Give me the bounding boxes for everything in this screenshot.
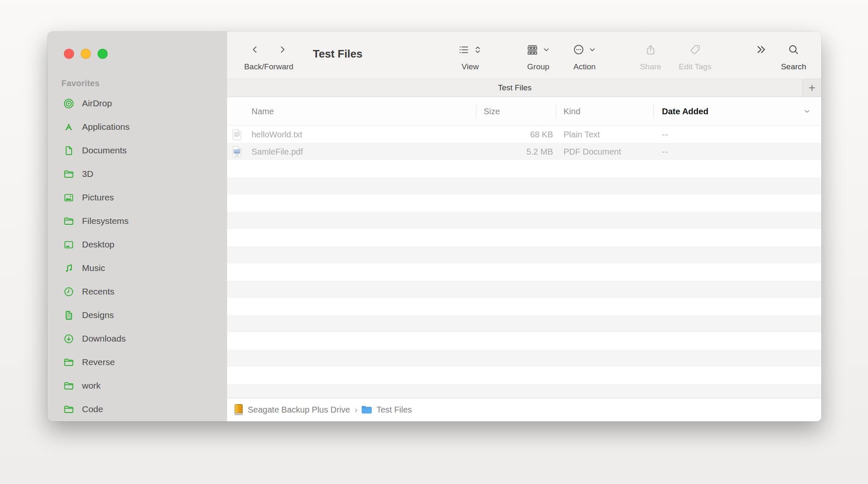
view-label: View (462, 62, 479, 71)
back-forward-label: Back/Forward (244, 62, 293, 71)
column-divider[interactable] (556, 104, 556, 118)
finder-window: Favorites AirDrop Applications (48, 32, 821, 421)
chevron-down-icon (588, 46, 596, 54)
folder-icon (63, 216, 74, 227)
file-name: SamleFile.pdf (251, 147, 303, 156)
forward-button[interactable] (277, 44, 287, 55)
traffic-lights (64, 49, 108, 59)
sidebar-item-label: Pictures (82, 192, 114, 203)
list-column-headers: Name Size Kind Date Added (227, 97, 821, 126)
file-kind: PDF Document (564, 147, 621, 156)
column-divider[interactable] (653, 104, 654, 118)
action-label: Action (574, 62, 596, 71)
folder-icon (63, 168, 74, 180)
action-ellipsis-icon (573, 44, 585, 55)
column-header-name[interactable]: Name (251, 106, 274, 116)
search-button[interactable]: Search (781, 32, 806, 79)
tab-test-files[interactable]: Test Files (227, 79, 802, 97)
sidebar-item-desktop[interactable]: Desktop (48, 233, 227, 256)
edit-tags-button[interactable]: Edit Tags (679, 32, 712, 79)
path-segment-drive[interactable]: Seagate Backup Plus Drive (234, 404, 350, 416)
sidebar-item-airdrop[interactable]: AirDrop (48, 92, 227, 115)
file-size: 5.2 MB (476, 147, 553, 156)
file-row-samlefile[interactable]: SamleFile.pdf 5.2 MB PDF Document -- (227, 143, 821, 160)
window-title: Test Files (313, 47, 363, 60)
document-filled-icon (63, 310, 74, 321)
list-view-icon (458, 44, 469, 55)
column-divider[interactable] (476, 104, 476, 118)
toolbar-overflow-button[interactable] (755, 32, 767, 79)
folder-icon (63, 404, 74, 415)
file-size: 68 KB (476, 129, 553, 139)
sidebar-item-label: Recents (82, 287, 114, 297)
path-segment-label: Test Files (376, 405, 412, 415)
sidebar-item-recents[interactable]: Recents (48, 280, 227, 303)
sidebar-item-label: Applications (82, 122, 130, 132)
new-tab-button[interactable]: + (802, 79, 821, 97)
desktop-icon (63, 239, 74, 250)
zoom-button[interactable] (98, 49, 108, 59)
sidebar-item-filesystems[interactable]: Filesystems (48, 209, 227, 233)
sort-direction-chevron-icon[interactable] (803, 107, 811, 116)
favorites-section-label: Favorites (61, 79, 100, 88)
sidebar-item-applications[interactable]: Applications (48, 115, 227, 139)
sidebar-item-designs[interactable]: Designs (48, 303, 227, 327)
toolbar: Back/Forward Test Files View (227, 32, 821, 79)
tab-bar: Test Files + (227, 79, 821, 97)
group-button[interactable]: Group (527, 32, 550, 79)
download-circle-icon (63, 333, 74, 345)
sidebar-item-label: 3D (82, 169, 93, 179)
search-label: Search (781, 62, 806, 71)
sidebar: Favorites AirDrop Applications (48, 32, 227, 421)
column-header-size[interactable]: Size (484, 106, 500, 116)
document-icon (63, 145, 74, 156)
sidebar-item-label: Filesystems (82, 216, 129, 226)
group-grid-icon (527, 44, 539, 56)
sidebar-item-label: Documents (82, 145, 127, 155)
sidebar-item-work[interactable]: work (48, 374, 227, 397)
up-down-chevrons-icon (473, 44, 482, 55)
share-icon (645, 44, 656, 55)
sidebar-item-label: Reverse (82, 357, 115, 367)
share-label: Share (640, 62, 662, 71)
column-header-date-added[interactable]: Date Added (662, 106, 708, 116)
pdf-file-icon (232, 145, 242, 158)
file-row-helloworld[interactable]: helloWorld.txt 68 KB Plain Text -- (227, 126, 821, 143)
folder-icon (63, 357, 74, 368)
sidebar-item-downloads[interactable]: Downloads (48, 327, 227, 350)
blue-folder-icon (361, 405, 372, 414)
sidebar-item-3d[interactable]: 3D (48, 162, 227, 186)
edit-tags-label: Edit Tags (679, 62, 712, 71)
sidebar-item-reverse[interactable]: Reverse (48, 350, 227, 374)
path-bar: Seagate Backup Plus Drive › Test Files (227, 398, 821, 421)
minimize-button[interactable] (81, 49, 91, 59)
music-note-icon (63, 263, 74, 274)
double-chevron-right-icon (755, 43, 767, 56)
pictures-icon (63, 192, 74, 203)
close-button[interactable] (64, 49, 74, 59)
airdrop-icon (63, 98, 74, 109)
view-button[interactable]: View (458, 32, 482, 79)
path-separator: › (355, 405, 357, 415)
sidebar-item-label: Code (82, 404, 103, 414)
app-store-icon (63, 121, 74, 133)
file-name: helloWorld.txt (251, 129, 302, 139)
action-button[interactable]: Action (573, 32, 596, 79)
content-area: Back/Forward Test Files View (227, 32, 821, 421)
sidebar-item-label: work (82, 381, 101, 391)
back-button[interactable] (250, 44, 260, 55)
folder-icon (63, 380, 74, 392)
sidebar-item-code[interactable]: Code (48, 397, 227, 421)
path-segment-test-files[interactable]: Test Files (361, 405, 412, 415)
sidebar-item-label: Music (82, 263, 105, 273)
sidebar-item-label: Desktop (82, 239, 114, 250)
column-header-kind[interactable]: Kind (564, 106, 580, 116)
sidebar-list: AirDrop Applications Documents (48, 92, 227, 421)
sidebar-item-pictures[interactable]: Pictures (48, 186, 227, 209)
sidebar-item-music[interactable]: Music (48, 256, 227, 280)
share-button[interactable]: Share (640, 32, 662, 79)
file-kind: Plain Text (564, 129, 600, 139)
search-icon (788, 44, 799, 55)
sidebar-item-documents[interactable]: Documents (48, 139, 227, 162)
path-segment-label: Seagate Backup Plus Drive (248, 405, 350, 415)
